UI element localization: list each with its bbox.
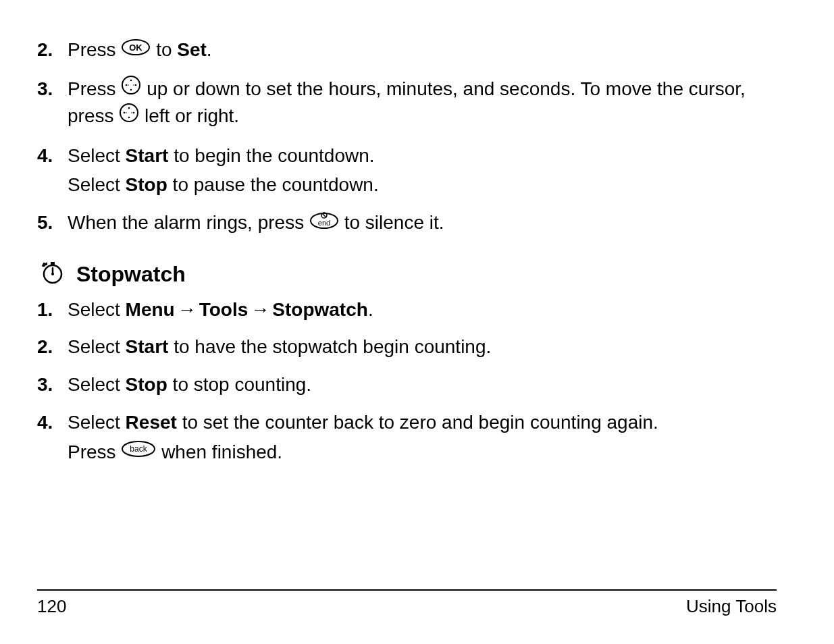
bold-term: Menu: [126, 299, 175, 320]
bold-term: Stopwatch: [272, 299, 368, 320]
svg-text:back: back: [130, 444, 148, 454]
svg-point-14: [126, 112, 127, 113]
arrow-icon: →: [175, 299, 199, 320]
step-line: When the alarm rings, press end to silen…: [68, 210, 777, 238]
step-body: Select Stop to stop counting.: [68, 372, 777, 402]
bold-term: Tools: [199, 299, 249, 320]
manual-page: 2.Press OK to Set.3.Press up or down to …: [0, 0, 834, 644]
instruction-step: 4.Select Reset to set the counter back t…: [37, 410, 777, 470]
svg-point-13: [133, 111, 135, 113]
page-footer: 120 Using Tools: [37, 589, 777, 617]
instruction-step: 2.Press OK to Set.: [37, 37, 777, 68]
instruction-step: 2.Select Start to have the stopwatch beg…: [37, 334, 777, 364]
step-line: Press up or down to set the hours, minut…: [68, 76, 777, 131]
svg-rect-23: [51, 262, 55, 265]
step-line: Select Menu→Tools→Stopwatch.: [68, 297, 777, 323]
step-line: Select Stop to pause the countdown.: [68, 172, 777, 198]
page-number: 120: [37, 596, 66, 617]
step-line: Select Reset to set the counter back to …: [68, 410, 777, 435]
end-icon: end: [309, 209, 339, 236]
instruction-step: 4.Select Start to begin the countdown.Se…: [37, 143, 777, 203]
step-number: 1.: [37, 297, 68, 323]
step-line: Select Stop to stop counting.: [68, 372, 777, 398]
svg-point-4: [130, 89, 132, 91]
section-heading-stopwatch: Stopwatch: [40, 261, 777, 289]
instruction-list-countdown: 2.Press OK to Set.3.Press up or down to …: [37, 37, 777, 242]
step-number: 3.: [37, 372, 68, 398]
svg-text:OK: OK: [130, 43, 143, 53]
step-body: Press OK to Set.: [68, 37, 777, 68]
step-number: 4.: [37, 410, 68, 435]
step-line: Select Start to begin the countdown.: [68, 143, 777, 169]
instruction-step: 1.Select Menu→Tools→Stopwatch.: [37, 297, 777, 327]
footer-section-label: Using Tools: [686, 596, 777, 617]
svg-point-11: [128, 116, 130, 118]
arrow-icon: →: [248, 299, 272, 320]
nav-icon: [119, 103, 139, 130]
svg-point-5: [126, 84, 128, 86]
step-number: 5.: [37, 210, 68, 236]
step-body: Press up or down to set the hours, minut…: [68, 76, 777, 135]
step-body: Select Reset to set the counter back to …: [68, 410, 777, 470]
svg-point-8: [134, 84, 135, 86]
step-number: 3.: [37, 76, 68, 102]
step-number: 4.: [37, 143, 68, 169]
bold-term: Set: [177, 39, 207, 60]
ok-icon: OK: [121, 37, 151, 63]
instruction-step: 3.Press up or down to set the hours, min…: [37, 76, 777, 135]
svg-point-2: [122, 76, 140, 94]
nav-icon: [121, 75, 141, 102]
instruction-list-stopwatch: 1.Select Menu→Tools→Stopwatch.2.Select S…: [37, 297, 777, 471]
step-body: Select Start to begin the countdown.Sele…: [68, 143, 777, 203]
svg-point-9: [120, 104, 138, 122]
step-body: Select Menu→Tools→Stopwatch.: [68, 297, 777, 327]
step-line: Select Start to have the stopwatch begin…: [68, 334, 777, 360]
svg-text:end: end: [318, 219, 330, 227]
svg-point-3: [130, 80, 132, 82]
step-line: Press OK to Set.: [68, 37, 777, 64]
stopwatch-icon: [40, 259, 66, 288]
step-number: 2.: [37, 334, 68, 360]
svg-point-6: [135, 84, 137, 86]
back-icon: back: [121, 439, 156, 464]
svg-point-12: [124, 111, 126, 113]
step-line: Press back when finished.: [68, 439, 777, 466]
step-body: Select Start to have the stopwatch begin…: [68, 334, 777, 364]
instruction-step: 5.When the alarm rings, press end to sil…: [37, 210, 777, 242]
svg-point-15: [131, 112, 132, 113]
bold-term: Stop: [126, 174, 167, 195]
bold-term: Start: [126, 336, 169, 357]
svg-point-7: [128, 84, 130, 86]
step-body: When the alarm rings, press end to silen…: [68, 210, 777, 242]
bold-term: Reset: [126, 412, 177, 433]
step-number: 2.: [37, 37, 68, 63]
bold-term: Start: [126, 145, 169, 166]
instruction-step: 3.Select Stop to stop counting.: [37, 372, 777, 402]
svg-point-10: [128, 107, 130, 109]
bold-term: Stop: [126, 374, 167, 395]
section-title: Stopwatch: [76, 262, 186, 287]
